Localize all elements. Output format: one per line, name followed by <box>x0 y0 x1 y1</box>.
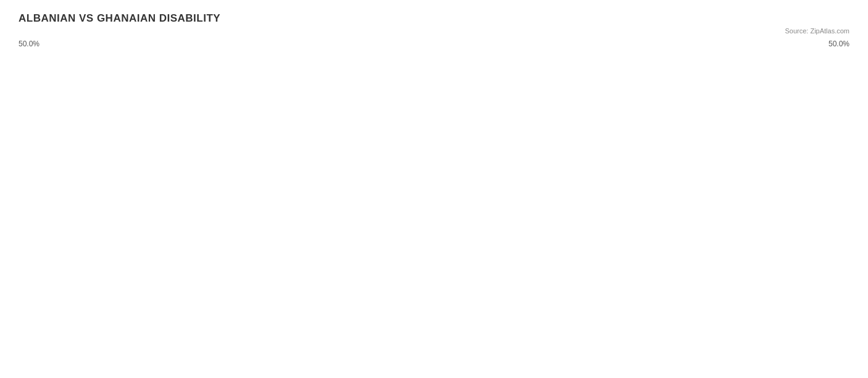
axis-left: 50.0% <box>19 40 40 48</box>
axis-right: 50.0% <box>828 40 849 48</box>
axis-labels: 50.0% 50.0% <box>19 40 849 48</box>
chart-title: ALBANIAN VS GHANAIAN DISABILITY <box>19 12 849 25</box>
footer: 50.0% 50.0% <box>19 40 849 48</box>
source-label: Source: ZipAtlas.com <box>19 27 849 35</box>
